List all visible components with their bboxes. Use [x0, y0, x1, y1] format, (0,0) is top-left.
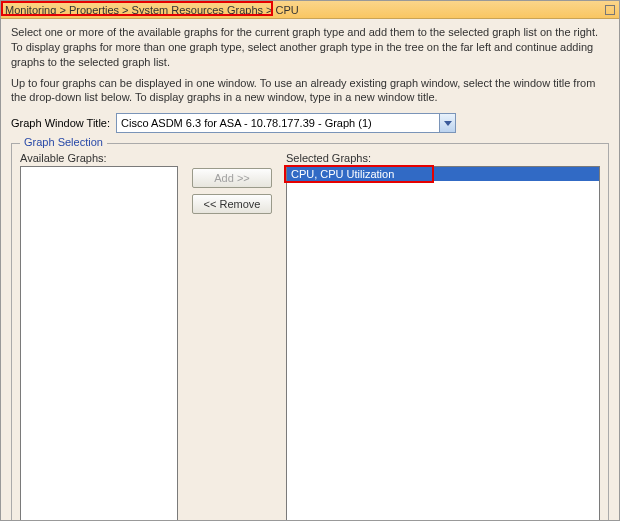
instruction-p2: Up to four graphs can be displayed in on…	[11, 76, 609, 106]
instruction-p1: Select one or more of the available grap…	[11, 25, 609, 70]
titlebar: Monitoring > Properties > System Resourc…	[1, 1, 619, 19]
window-title-combo[interactable]: Cisco ASDM 6.3 for ASA - 10.78.177.39 - …	[116, 113, 456, 133]
breadcrumb: Monitoring > Properties > System Resourc…	[5, 1, 299, 19]
chevron-down-icon[interactable]	[439, 114, 455, 132]
transfer-buttons: Add >> << Remove	[186, 152, 278, 214]
window-title-value: Cisco ASDM 6.3 for ASA - 10.78.177.39 - …	[117, 117, 439, 129]
restore-icon[interactable]	[605, 5, 615, 15]
selected-label: Selected Graphs:	[286, 152, 600, 164]
available-label: Available Graphs:	[20, 152, 178, 164]
content: Select one or more of the available grap…	[1, 19, 619, 521]
add-button[interactable]: Add >>	[192, 168, 272, 188]
remove-button[interactable]: << Remove	[192, 194, 272, 214]
fieldset-legend: Graph Selection	[20, 136, 107, 148]
window-title-row: Graph Window Title: Cisco ASDM 6.3 for A…	[11, 113, 609, 133]
available-column: Available Graphs:	[20, 152, 178, 521]
selected-column: Selected Graphs: CPU, CPU Utilization	[286, 152, 600, 521]
instructions: Select one or more of the available grap…	[11, 25, 609, 105]
selected-graphs-list[interactable]: CPU, CPU Utilization	[286, 166, 600, 521]
available-graphs-list[interactable]	[20, 166, 178, 521]
graph-selection-fieldset: Graph Selection Available Graphs: Add >>…	[11, 143, 609, 521]
window-title-label: Graph Window Title:	[11, 117, 110, 129]
list-item[interactable]: CPU, CPU Utilization	[287, 167, 599, 181]
